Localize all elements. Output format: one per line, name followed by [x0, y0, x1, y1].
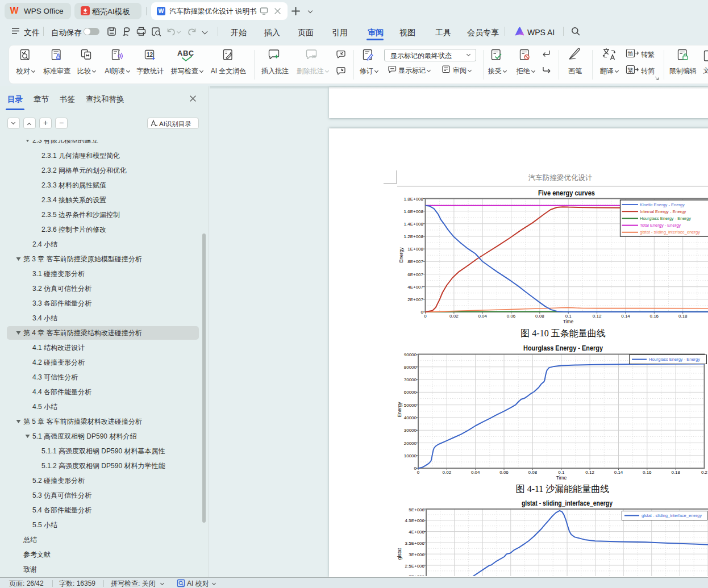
- svg-text:0.04: 0.04: [478, 314, 487, 319]
- svg-text:0: 0: [424, 314, 427, 319]
- svg-text:汽车防撞梁优化设计: 汽车防撞梁优化设计: [528, 174, 593, 182]
- svg-text:glstat - sliding_interface_ene: glstat - sliding_interface_energy: [522, 499, 613, 507]
- svg-text:90000: 90000: [404, 352, 417, 357]
- svg-text:80000: 80000: [404, 365, 417, 370]
- svg-text:0.14: 0.14: [614, 470, 623, 475]
- svg-text:glstat - sliding_interface_ene: glstat - sliding_interface_energy: [642, 513, 702, 518]
- svg-text:Internal Energy - Energy: Internal Energy - Energy: [640, 209, 686, 214]
- svg-text:图 4-11 沙漏能能量曲线: 图 4-11 沙漏能能量曲线: [516, 484, 610, 494]
- svg-text:0.08: 0.08: [535, 314, 544, 319]
- svg-text:0.16: 0.16: [643, 470, 652, 475]
- svg-text:4E+006: 4E+006: [409, 529, 424, 535]
- svg-text:1.6E+008: 1.6E+008: [404, 209, 424, 214]
- svg-text:Hourglass Energy - Energy: Hourglass Energy - Energy: [523, 344, 603, 352]
- svg-text:1E+008: 1E+008: [407, 247, 423, 252]
- svg-text:简: 简: [628, 51, 634, 57]
- svg-text:30000: 30000: [404, 428, 417, 433]
- svg-text:1.2E+008: 1.2E+008: [404, 234, 424, 239]
- svg-text:70000: 70000: [404, 377, 417, 382]
- svg-text:8E+007: 8E+007: [407, 259, 423, 264]
- svg-text:12: 12: [147, 52, 153, 58]
- svg-text:3E+006: 3E+006: [409, 552, 424, 557]
- svg-text:0.2: 0.2: [701, 470, 708, 475]
- svg-text:0.04: 0.04: [471, 470, 480, 475]
- svg-text:繁: 繁: [628, 67, 634, 73]
- svg-text:6E+007: 6E+007: [407, 272, 423, 277]
- svg-text:0.12: 0.12: [593, 314, 602, 319]
- svg-text:图 4-10 五条能量曲线: 图 4-10 五条能量曲线: [520, 328, 605, 338]
- svg-text:40000: 40000: [404, 415, 417, 420]
- svg-text:0: 0: [417, 470, 420, 475]
- svg-text:1.8E+008: 1.8E+008: [404, 197, 424, 202]
- svg-text:3.5E+006: 3.5E+006: [405, 541, 425, 546]
- svg-text:Five energy curves: Five energy curves: [538, 189, 595, 197]
- svg-text:0.18: 0.18: [671, 470, 680, 475]
- svg-text:Hourglass Energy - Energy: Hourglass Energy - Energy: [649, 357, 700, 362]
- svg-text:4E+007: 4E+007: [407, 285, 423, 290]
- svg-text:0: 0: [421, 310, 424, 315]
- svg-text:5E+006: 5E+006: [409, 507, 424, 512]
- svg-text:glstat: glstat: [397, 548, 402, 560]
- svg-text:Time: Time: [563, 319, 574, 324]
- svg-text:Total Energy - Energy: Total Energy - Energy: [640, 223, 681, 228]
- svg-text:0.12: 0.12: [585, 470, 594, 475]
- svg-text:0.14: 0.14: [621, 314, 630, 319]
- svg-text:0.06: 0.06: [499, 470, 509, 475]
- svg-text:0.1: 0.1: [558, 470, 565, 475]
- svg-text:W: W: [10, 6, 19, 15]
- svg-text:20000: 20000: [404, 441, 417, 446]
- svg-text:60000: 60000: [404, 390, 417, 395]
- svg-text:0.16: 0.16: [650, 314, 659, 319]
- svg-text:glstat - sliding_interface_ene: glstat - sliding_interface_energy: [640, 230, 700, 235]
- svg-text:0.02: 0.02: [449, 314, 459, 319]
- svg-text:Kinetic Energy - Energy: Kinetic Energy - Energy: [640, 202, 685, 207]
- svg-text:1.4E+008: 1.4E+008: [404, 222, 424, 227]
- svg-text:10000: 10000: [404, 453, 417, 458]
- svg-text:2E+006: 2E+006: [409, 574, 424, 576]
- svg-text:50000: 50000: [404, 403, 417, 408]
- svg-text:Energy: Energy: [397, 402, 402, 418]
- svg-text:0.1: 0.1: [565, 314, 572, 319]
- svg-text:2E+007: 2E+007: [407, 297, 423, 302]
- svg-text:0.02: 0.02: [443, 470, 452, 475]
- svg-text:0.18: 0.18: [678, 314, 688, 319]
- svg-text:0.06: 0.06: [507, 314, 516, 319]
- svg-text:2.5E+006: 2.5E+006: [405, 564, 425, 569]
- svg-text:Hourglass Energy - Energy: Hourglass Energy - Energy: [640, 216, 691, 221]
- svg-text:0.08: 0.08: [528, 470, 538, 475]
- svg-text:Energy: Energy: [398, 247, 404, 263]
- svg-text:4.5E+006: 4.5E+006: [405, 518, 425, 523]
- svg-text:Time: Time: [556, 475, 567, 481]
